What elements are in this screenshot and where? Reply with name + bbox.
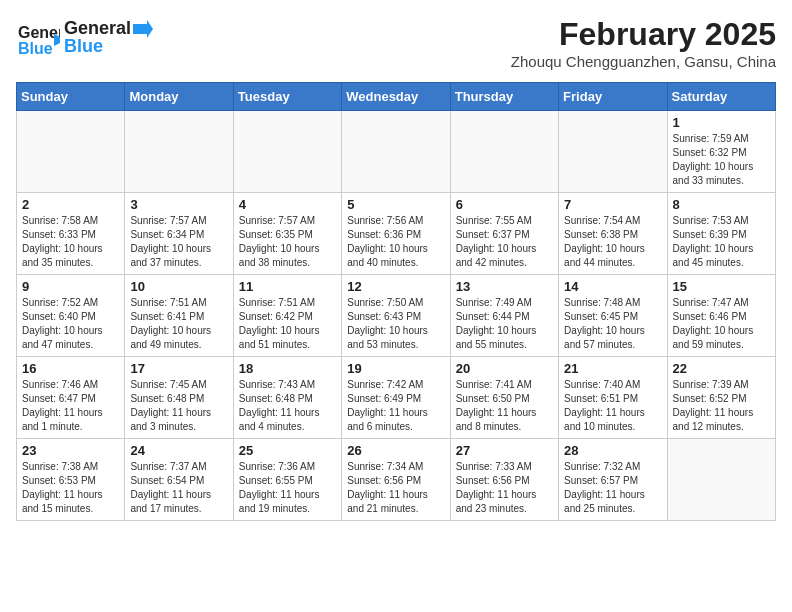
day-number: 25: [239, 443, 336, 458]
calendar-day-cell: 18Sunrise: 7:43 AM Sunset: 6:48 PM Dayli…: [233, 357, 341, 439]
day-info: Sunrise: 7:36 AM Sunset: 6:55 PM Dayligh…: [239, 460, 336, 516]
day-info: Sunrise: 7:37 AM Sunset: 6:54 PM Dayligh…: [130, 460, 227, 516]
calendar-header-row: SundayMondayTuesdayWednesdayThursdayFrid…: [17, 83, 776, 111]
day-number: 13: [456, 279, 553, 294]
location-subtitle: Zhouqu Chengguanzhen, Gansu, China: [511, 53, 776, 70]
day-number: 16: [22, 361, 119, 376]
calendar-day-cell: 26Sunrise: 7:34 AM Sunset: 6:56 PM Dayli…: [342, 439, 450, 521]
day-number: 10: [130, 279, 227, 294]
day-number: 8: [673, 197, 770, 212]
calendar-day-cell: 27Sunrise: 7:33 AM Sunset: 6:56 PM Dayli…: [450, 439, 558, 521]
calendar-day-cell: 13Sunrise: 7:49 AM Sunset: 6:44 PM Dayli…: [450, 275, 558, 357]
day-info: Sunrise: 7:58 AM Sunset: 6:33 PM Dayligh…: [22, 214, 119, 270]
calendar-day-cell: 5Sunrise: 7:56 AM Sunset: 6:36 PM Daylig…: [342, 193, 450, 275]
page-header: General Blue General Blue February 2025 …: [16, 16, 776, 70]
day-number: 11: [239, 279, 336, 294]
logo-icon: General Blue: [16, 16, 60, 60]
day-info: Sunrise: 7:49 AM Sunset: 6:44 PM Dayligh…: [456, 296, 553, 352]
calendar-day-cell: 12Sunrise: 7:50 AM Sunset: 6:43 PM Dayli…: [342, 275, 450, 357]
day-number: 19: [347, 361, 444, 376]
calendar-day-cell: [342, 111, 450, 193]
logo: General Blue General Blue: [16, 16, 153, 60]
calendar-day-cell: 3Sunrise: 7:57 AM Sunset: 6:34 PM Daylig…: [125, 193, 233, 275]
day-number: 28: [564, 443, 661, 458]
calendar-week-row: 9Sunrise: 7:52 AM Sunset: 6:40 PM Daylig…: [17, 275, 776, 357]
day-info: Sunrise: 7:51 AM Sunset: 6:42 PM Dayligh…: [239, 296, 336, 352]
day-number: 7: [564, 197, 661, 212]
day-info: Sunrise: 7:57 AM Sunset: 6:34 PM Dayligh…: [130, 214, 227, 270]
day-info: Sunrise: 7:42 AM Sunset: 6:49 PM Dayligh…: [347, 378, 444, 434]
day-number: 26: [347, 443, 444, 458]
calendar-day-cell: 14Sunrise: 7:48 AM Sunset: 6:45 PM Dayli…: [559, 275, 667, 357]
calendar-day-cell: 24Sunrise: 7:37 AM Sunset: 6:54 PM Dayli…: [125, 439, 233, 521]
day-number: 22: [673, 361, 770, 376]
day-of-week-header: Saturday: [667, 83, 775, 111]
calendar-day-cell: 21Sunrise: 7:40 AM Sunset: 6:51 PM Dayli…: [559, 357, 667, 439]
logo-blue: Blue: [64, 37, 153, 57]
day-info: Sunrise: 7:55 AM Sunset: 6:37 PM Dayligh…: [456, 214, 553, 270]
calendar-day-cell: 10Sunrise: 7:51 AM Sunset: 6:41 PM Dayli…: [125, 275, 233, 357]
calendar-day-cell: 4Sunrise: 7:57 AM Sunset: 6:35 PM Daylig…: [233, 193, 341, 275]
day-info: Sunrise: 7:59 AM Sunset: 6:32 PM Dayligh…: [673, 132, 770, 188]
calendar-week-row: 23Sunrise: 7:38 AM Sunset: 6:53 PM Dayli…: [17, 439, 776, 521]
day-number: 21: [564, 361, 661, 376]
title-block: February 2025 Zhouqu Chengguanzhen, Gans…: [511, 16, 776, 70]
calendar-day-cell: [17, 111, 125, 193]
day-info: Sunrise: 7:32 AM Sunset: 6:57 PM Dayligh…: [564, 460, 661, 516]
calendar-day-cell: 16Sunrise: 7:46 AM Sunset: 6:47 PM Dayli…: [17, 357, 125, 439]
day-of-week-header: Tuesday: [233, 83, 341, 111]
calendar-day-cell: 11Sunrise: 7:51 AM Sunset: 6:42 PM Dayli…: [233, 275, 341, 357]
day-info: Sunrise: 7:50 AM Sunset: 6:43 PM Dayligh…: [347, 296, 444, 352]
logo-arrow-icon: [133, 20, 153, 38]
day-info: Sunrise: 7:34 AM Sunset: 6:56 PM Dayligh…: [347, 460, 444, 516]
day-number: 17: [130, 361, 227, 376]
svg-text:Blue: Blue: [18, 40, 53, 57]
day-number: 23: [22, 443, 119, 458]
day-info: Sunrise: 7:41 AM Sunset: 6:50 PM Dayligh…: [456, 378, 553, 434]
day-number: 27: [456, 443, 553, 458]
day-number: 18: [239, 361, 336, 376]
day-of-week-header: Wednesday: [342, 83, 450, 111]
calendar-day-cell: 22Sunrise: 7:39 AM Sunset: 6:52 PM Dayli…: [667, 357, 775, 439]
svg-text:General: General: [18, 24, 60, 41]
day-of-week-header: Monday: [125, 83, 233, 111]
day-of-week-header: Sunday: [17, 83, 125, 111]
day-info: Sunrise: 7:33 AM Sunset: 6:56 PM Dayligh…: [456, 460, 553, 516]
day-number: 20: [456, 361, 553, 376]
calendar-week-row: 16Sunrise: 7:46 AM Sunset: 6:47 PM Dayli…: [17, 357, 776, 439]
day-number: 5: [347, 197, 444, 212]
day-number: 14: [564, 279, 661, 294]
day-info: Sunrise: 7:51 AM Sunset: 6:41 PM Dayligh…: [130, 296, 227, 352]
day-number: 9: [22, 279, 119, 294]
day-info: Sunrise: 7:52 AM Sunset: 6:40 PM Dayligh…: [22, 296, 119, 352]
day-info: Sunrise: 7:48 AM Sunset: 6:45 PM Dayligh…: [564, 296, 661, 352]
day-info: Sunrise: 7:57 AM Sunset: 6:35 PM Dayligh…: [239, 214, 336, 270]
day-info: Sunrise: 7:40 AM Sunset: 6:51 PM Dayligh…: [564, 378, 661, 434]
day-number: 15: [673, 279, 770, 294]
calendar-day-cell: [450, 111, 558, 193]
day-of-week-header: Thursday: [450, 83, 558, 111]
day-info: Sunrise: 7:43 AM Sunset: 6:48 PM Dayligh…: [239, 378, 336, 434]
day-info: Sunrise: 7:56 AM Sunset: 6:36 PM Dayligh…: [347, 214, 444, 270]
month-year-title: February 2025: [511, 16, 776, 53]
day-info: Sunrise: 7:39 AM Sunset: 6:52 PM Dayligh…: [673, 378, 770, 434]
calendar-day-cell: 1Sunrise: 7:59 AM Sunset: 6:32 PM Daylig…: [667, 111, 775, 193]
day-number: 6: [456, 197, 553, 212]
day-info: Sunrise: 7:47 AM Sunset: 6:46 PM Dayligh…: [673, 296, 770, 352]
day-number: 24: [130, 443, 227, 458]
calendar-day-cell: [233, 111, 341, 193]
day-info: Sunrise: 7:54 AM Sunset: 6:38 PM Dayligh…: [564, 214, 661, 270]
calendar-day-cell: 25Sunrise: 7:36 AM Sunset: 6:55 PM Dayli…: [233, 439, 341, 521]
day-info: Sunrise: 7:45 AM Sunset: 6:48 PM Dayligh…: [130, 378, 227, 434]
calendar-day-cell: [125, 111, 233, 193]
calendar-day-cell: 19Sunrise: 7:42 AM Sunset: 6:49 PM Dayli…: [342, 357, 450, 439]
calendar-day-cell: [667, 439, 775, 521]
day-number: 3: [130, 197, 227, 212]
day-number: 4: [239, 197, 336, 212]
calendar-day-cell: 9Sunrise: 7:52 AM Sunset: 6:40 PM Daylig…: [17, 275, 125, 357]
calendar-day-cell: [559, 111, 667, 193]
calendar-day-cell: 17Sunrise: 7:45 AM Sunset: 6:48 PM Dayli…: [125, 357, 233, 439]
calendar-day-cell: 28Sunrise: 7:32 AM Sunset: 6:57 PM Dayli…: [559, 439, 667, 521]
day-info: Sunrise: 7:38 AM Sunset: 6:53 PM Dayligh…: [22, 460, 119, 516]
calendar-day-cell: 20Sunrise: 7:41 AM Sunset: 6:50 PM Dayli…: [450, 357, 558, 439]
